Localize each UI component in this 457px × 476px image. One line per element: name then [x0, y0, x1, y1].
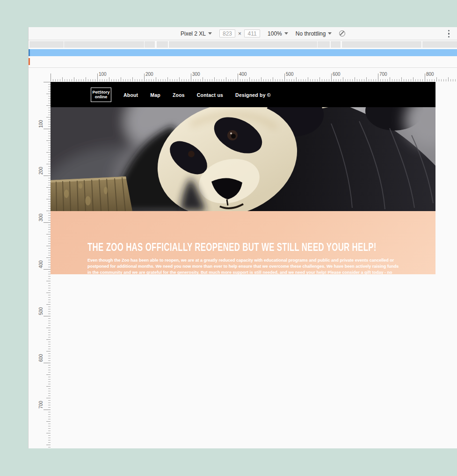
- nav-link-about[interactable]: About: [123, 92, 138, 98]
- banner-paragraph: Even though the Zoo has been able to reo…: [87, 257, 400, 274]
- chevron-down-icon: [208, 32, 212, 35]
- media-query-segment[interactable]: [29, 41, 64, 48]
- h-ruler-label: 600: [333, 72, 341, 77]
- horizontal-ruler: 100200300400500600700800: [51, 70, 457, 81]
- wooden-stump: [51, 176, 132, 211]
- v-ruler-label: 200: [38, 159, 44, 175]
- rotate-viewport-icon[interactable]: [339, 30, 345, 37]
- divider: [29, 67, 457, 68]
- media-query-bar: [29, 41, 457, 48]
- h-ruler-label: 100: [99, 72, 107, 77]
- zoom-select[interactable]: 100%: [268, 30, 288, 37]
- chevron-down-icon: [328, 32, 332, 35]
- screenshot-root: { "device_toolbar": { "device_label": "P…: [0, 0, 457, 476]
- hero-section: [51, 107, 435, 211]
- hero-panda-image: [51, 107, 435, 211]
- media-query-segment[interactable]: [318, 41, 330, 48]
- chevron-down-icon: [284, 32, 288, 35]
- v-ruler-label: 700: [38, 393, 44, 409]
- logo-line2: online: [91, 95, 111, 100]
- viewport-width-input[interactable]: [219, 29, 235, 37]
- h-ruler-label: 200: [145, 72, 153, 77]
- viewport-height-input[interactable]: [244, 29, 260, 37]
- media-query-min-width-row: [29, 58, 457, 65]
- nav-link-map[interactable]: Map: [150, 92, 160, 98]
- h-ruler-label: 700: [379, 72, 387, 77]
- throttling-select[interactable]: No throttling: [296, 30, 332, 37]
- throttling-select-label: No throttling: [296, 30, 326, 37]
- reopening-banner: THE ZOO HAS OFFICIALLY REOPENED BUT WE S…: [51, 211, 435, 274]
- media-query-segment[interactable]: [331, 41, 341, 48]
- h-ruler-label: 500: [286, 72, 294, 77]
- logo-line1: PetStory: [91, 90, 111, 95]
- v-ruler-label: 100: [38, 112, 44, 128]
- device-select[interactable]: Pixel 2 XL: [181, 30, 212, 37]
- nav-link-designed-by[interactable]: Designed by ©: [235, 92, 271, 98]
- h-ruler-label: 300: [192, 72, 200, 77]
- banner-heading: THE ZOO HAS OFFICIALLY REOPENED BUT WE S…: [87, 241, 377, 254]
- panda-eye-right: [188, 151, 195, 157]
- devtools-device-mode-panel: Pixel 2 XL × 100% No throttling 10020030…: [28, 27, 457, 448]
- v-ruler-label: 600: [38, 346, 44, 362]
- nav-link-zoos[interactable]: Zoos: [173, 92, 185, 98]
- v-ruler-label: 500: [38, 299, 44, 315]
- device-toolbar: Pixel 2 XL × 100% No throttling: [29, 27, 457, 40]
- h-ruler-label: 800: [426, 72, 434, 77]
- vertical-ruler: 100200300400500600700: [44, 82, 51, 448]
- nav-links: AboutMapZoosContact usDesigned by ©: [111, 90, 271, 99]
- media-query-segment[interactable]: [342, 41, 421, 48]
- media-query-max-width-row: [29, 49, 457, 56]
- site-logo[interactable]: PetStory online: [91, 88, 111, 102]
- h-ruler-label: 400: [239, 72, 247, 77]
- device-select-label: Pixel 2 XL: [181, 30, 206, 37]
- more-options-icon[interactable]: [448, 30, 450, 37]
- media-query-segment[interactable]: [145, 41, 155, 48]
- zoom-select-label: 100%: [268, 30, 282, 37]
- site-navbar: PetStory online AboutMapZoosContact usDe…: [51, 82, 435, 107]
- v-ruler-label: 300: [38, 205, 44, 221]
- media-query-segment[interactable]: [64, 41, 144, 48]
- media-query-segment[interactable]: [169, 41, 317, 48]
- media-query-max-width-bar[interactable]: [30, 49, 457, 56]
- v-ruler-label: 400: [38, 252, 44, 268]
- media-query-segment[interactable]: [157, 41, 168, 48]
- nav-link-contact-us[interactable]: Contact us: [197, 92, 223, 98]
- media-query-segment[interactable]: [422, 41, 457, 48]
- device-viewport: PetStory online AboutMapZoosContact usDe…: [51, 82, 435, 274]
- dimension-separator: ×: [238, 30, 241, 37]
- media-query-min-width-bar[interactable]: [29, 58, 30, 65]
